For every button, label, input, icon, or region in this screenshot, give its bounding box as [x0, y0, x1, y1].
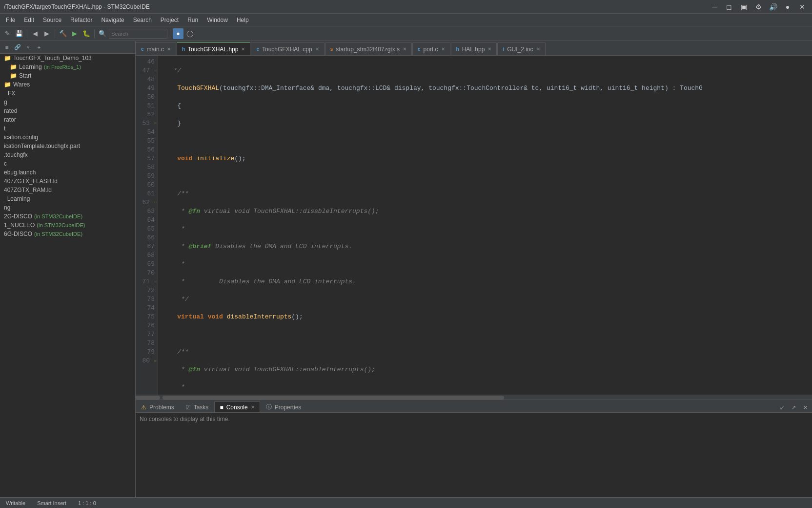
- bottom-content: No consoles to display at this time.: [136, 413, 812, 497]
- line-59: 59: [136, 172, 158, 181]
- perspective-debug-button[interactable]: ●: [173, 28, 183, 39]
- gear-button[interactable]: ⚙: [752, 1, 764, 13]
- sidebar-item-project[interactable]: 📁 TouchGFX_Touch_Demo_103: [0, 54, 135, 63]
- sidebar-item-label: 6G-DISCO: [4, 231, 32, 237]
- toolbar-sep-4: [170, 29, 170, 38]
- search-toolbar-button[interactable]: 🔍: [97, 28, 108, 39]
- maximize-button[interactable]: ◻: [723, 1, 735, 13]
- line-numbers: 46 47= 48 49 50 51 52 53= 54 55 56 57 58…: [136, 56, 158, 395]
- status-position: 1 : 1 : 0: [76, 500, 98, 506]
- menu-edit[interactable]: Edit: [20, 16, 38, 24]
- sidebar-item-app-config[interactable]: ication.config: [0, 133, 135, 142]
- sidebar-item-disco2[interactable]: 6G-DISCO (in STM32CubeIDE): [0, 230, 135, 238]
- toolbar-sep-1: [27, 29, 27, 38]
- tab-close-touchgfxhal-hpp[interactable]: ✕: [241, 46, 245, 52]
- tab-tasks[interactable]: ☑ Tasks: [180, 402, 214, 412]
- tab-problems[interactable]: ⚠ Problems: [136, 402, 180, 412]
- tab-close-hal-hpp[interactable]: ✕: [487, 46, 491, 52]
- line-57: 57: [136, 154, 158, 163]
- sidebar-item-debug[interactable]: ebug.launch: [0, 168, 135, 177]
- tab-touchgfxhal-cpp[interactable]: c TouchGFXHAL.cpp ✕: [251, 42, 324, 55]
- sidebar-item-touchgfx[interactable]: .touchgfx: [0, 150, 135, 159]
- tab-startup-s[interactable]: s startup_stm32f407zgtx.s ✕: [325, 42, 412, 55]
- tab-icon-port-c: c: [418, 46, 421, 52]
- sidebar-item-label: ebug.launch: [4, 169, 36, 176]
- tab-port-c[interactable]: c port.c ✕: [412, 42, 450, 55]
- sidebar-item-nucleo[interactable]: 1_NUCLEO (in STM32CubeIDE): [0, 221, 135, 230]
- sidebar-item-fx[interactable]: FX: [0, 89, 135, 98]
- tab-main-c[interactable]: c main.c ✕: [136, 42, 176, 55]
- close-button[interactable]: ✕: [796, 1, 808, 13]
- back-button[interactable]: ◀: [30, 28, 41, 39]
- sidebar-collapse-button[interactable]: ≡: [2, 42, 12, 52]
- menu-project[interactable]: Project: [157, 16, 183, 24]
- tab-hal-hpp[interactable]: h HAL.hpp ✕: [451, 42, 497, 55]
- sidebar-item-c[interactable]: c: [0, 159, 135, 168]
- sidebar-item-learning[interactable]: 📁 Learning (in FreeRtos_1): [0, 63, 135, 71]
- line-53: 53=: [136, 119, 158, 128]
- horizontal-scrollbar[interactable]: [136, 395, 812, 400]
- tab-close-touchgfxhal-cpp[interactable]: ✕: [315, 46, 319, 52]
- menu-source[interactable]: Source: [39, 16, 65, 24]
- sidebar-item-t[interactable]: t: [0, 124, 135, 133]
- minimize-button[interactable]: ─: [709, 1, 720, 13]
- sound-button[interactable]: 🔊: [767, 1, 779, 13]
- menu-navigate[interactable]: Navigate: [97, 16, 128, 24]
- main-layout: ≡ 🔗 ▿ + 📁 TouchGFX_Touch_Demo_103 📁 Lear…: [0, 41, 812, 497]
- run-button[interactable]: ▶: [69, 28, 80, 39]
- build-button[interactable]: 🔨: [58, 28, 68, 39]
- bottom-maximize-button[interactable]: ↗: [789, 402, 798, 412]
- menu-file[interactable]: File: [2, 16, 19, 24]
- record-button[interactable]: ●: [782, 1, 793, 13]
- sidebar-item-app-template[interactable]: icationTemplate.touchgfx.part: [0, 142, 135, 150]
- sidebar-link-button[interactable]: 🔗: [13, 42, 22, 52]
- sidebar-item-ram[interactable]: 407ZGTX_RAM.ld: [0, 186, 135, 194]
- code-line-53: /**: [162, 190, 808, 198]
- tab-touchgfxhal-hpp[interactable]: h TouchGFXHAL.hpp ✕: [177, 42, 251, 55]
- sidebar-item-wares[interactable]: 📁 Wares: [0, 80, 135, 89]
- perspective-java-button[interactable]: ◯: [184, 28, 195, 39]
- sidebar-item-label: .touchgfx: [4, 151, 28, 158]
- tab-close-console[interactable]: ✕: [251, 404, 255, 410]
- line-76: 76: [136, 321, 158, 330]
- bottom-minimize-button[interactable]: ↙: [777, 402, 787, 412]
- scrollbar-thumb[interactable]: [162, 396, 504, 400]
- debug-button[interactable]: 🐛: [81, 28, 92, 39]
- menu-search[interactable]: Search: [129, 16, 156, 24]
- sidebar-item-flash[interactable]: 407ZGTX_FLASH.ld: [0, 177, 135, 186]
- line-48: 48: [136, 75, 158, 84]
- code-editor[interactable]: 46 47= 48 49 50 51 52 53= 54 55 56 57 58…: [136, 56, 812, 395]
- sidebar-new-button[interactable]: +: [34, 42, 44, 52]
- tab-label-startup-s: startup_stm32f407zgtx.s: [336, 46, 400, 53]
- new-button[interactable]: ✎: [2, 28, 13, 39]
- sidebar-item-g[interactable]: g: [0, 98, 135, 106]
- tab-gui-ioc[interactable]: i GUI_2.ioc ✕: [497, 42, 545, 55]
- sidebar-item-label: g: [4, 99, 7, 106]
- menu-refactor[interactable]: Refactor: [66, 16, 96, 24]
- sidebar-filter-button[interactable]: ▿: [23, 42, 33, 52]
- sidebar-item-label: Start: [19, 72, 31, 79]
- tab-close-gui-ioc[interactable]: ✕: [536, 46, 540, 52]
- tab-console[interactable]: ■ Console ✕: [214, 402, 260, 412]
- search-input[interactable]: [109, 29, 167, 39]
- tab-properties[interactable]: ⓘ Properties: [261, 402, 307, 412]
- forward-button[interactable]: ▶: [41, 28, 52, 39]
- sidebar-item-learning2[interactable]: _Learning: [0, 194, 135, 203]
- tab-close-startup-s[interactable]: ✕: [403, 46, 406, 52]
- sidebar-item-ng[interactable]: ng: [0, 203, 135, 212]
- save-button[interactable]: 💾: [14, 28, 24, 39]
- tab-close-port-c[interactable]: ✕: [441, 46, 445, 52]
- sidebar-item-start[interactable]: 📁 Start: [0, 71, 135, 80]
- sidebar-item-disco1[interactable]: 2G-DISCO (in STM32CubeIDE): [0, 212, 135, 221]
- tab-close-main-c[interactable]: ✕: [167, 46, 171, 52]
- bottom-close-button[interactable]: ✕: [800, 402, 810, 412]
- sidebar-item-rator[interactable]: rator: [0, 115, 135, 124]
- tab-label-tasks: Tasks: [194, 404, 209, 411]
- tab-label-console: Console: [226, 404, 248, 411]
- menu-run[interactable]: Run: [183, 16, 202, 24]
- menu-help[interactable]: Help: [233, 16, 253, 24]
- code-content[interactable]: */ TouchGFXHAL(touchgfx::DMA_Interface& …: [158, 56, 812, 395]
- menu-window[interactable]: Window: [203, 16, 232, 24]
- restore-button[interactable]: ▣: [738, 1, 750, 13]
- sidebar-item-rated[interactable]: rated: [0, 106, 135, 115]
